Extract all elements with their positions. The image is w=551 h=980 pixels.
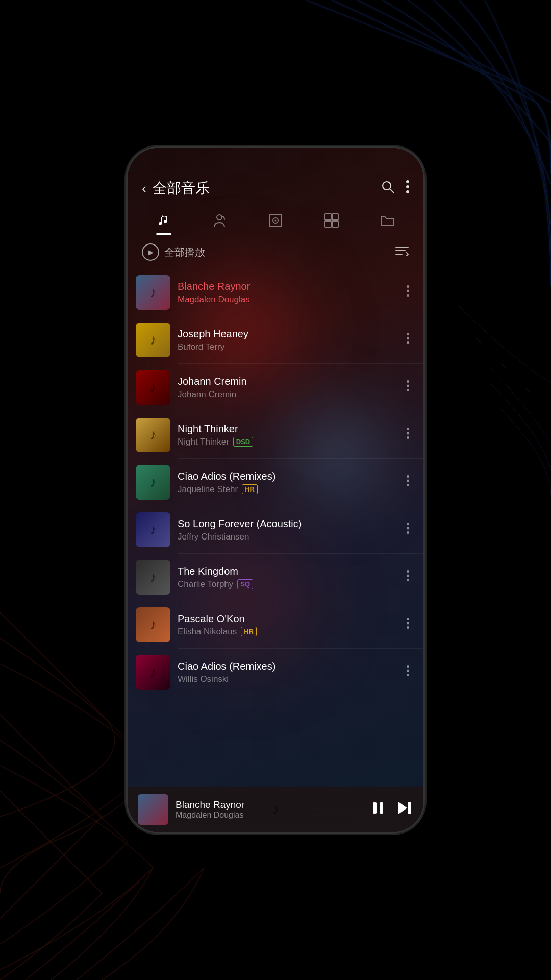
tab-folders[interactable] <box>379 212 395 235</box>
song-info: So Long Forever (Acoustic) Jeffry Christ… <box>178 518 395 542</box>
tab-albums[interactable] <box>267 212 284 235</box>
svg-point-42 <box>407 674 409 676</box>
artwork-figure: ♪ <box>136 655 170 690</box>
song-title: Ciao Adios (Remixes) <box>178 471 395 482</box>
song-item[interactable]: ♪ Joseph Heaney Buford Terry <box>128 316 423 363</box>
song-info: Johann Cremin Johann Cremin <box>178 376 395 400</box>
song-title: Night Thinker <box>178 423 395 435</box>
svg-rect-11 <box>325 221 331 227</box>
svg-point-18 <box>407 294 409 297</box>
svg-point-36 <box>407 579 409 581</box>
svg-rect-10 <box>332 214 338 220</box>
now-playing-artwork: ♪ <box>138 794 168 825</box>
tab-songs[interactable] <box>156 212 172 235</box>
svg-point-40 <box>407 665 409 668</box>
svg-point-19 <box>407 333 409 335</box>
svg-point-0 <box>383 182 391 190</box>
song-item[interactable]: ♪ Night Thinker Night Thinker DSD <box>128 411 423 458</box>
song-subtitle: Night Thinker DSD <box>178 437 395 447</box>
song-artist: Night Thinker <box>178 437 229 447</box>
svg-line-1 <box>390 189 394 193</box>
song-info: The Kingdom Charlie Torphy SQ <box>178 566 395 590</box>
song-more-button[interactable] <box>403 329 413 351</box>
song-artwork: ♪ <box>136 465 170 500</box>
svg-point-30 <box>407 484 409 486</box>
svg-point-37 <box>407 618 409 620</box>
song-list: ♪ Blanche Raynor Magdalen Douglas ♪ Jose… <box>128 269 423 787</box>
song-artist: Jaqueline Stehr <box>178 484 238 495</box>
svg-point-20 <box>407 337 409 340</box>
svg-point-24 <box>407 389 409 391</box>
song-item[interactable]: ♪ So Long Forever (Acoustic) Jeffry Chri… <box>128 506 423 553</box>
song-item[interactable]: ♪ Johann Cremin Johann Cremin <box>128 364 423 411</box>
song-artist: Jeffry Christiansen <box>178 532 249 542</box>
artwork-figure: ♪ <box>138 794 168 825</box>
play-all-label: 全部播放 <box>164 246 205 259</box>
svg-point-8 <box>274 220 276 222</box>
play-all-button[interactable]: ▶ 全部播放 <box>142 243 205 261</box>
song-more-button[interactable] <box>403 519 413 541</box>
svg-point-16 <box>407 285 409 288</box>
song-info: Blanche Raynor Magdalen Douglas <box>178 281 395 305</box>
sort-icon[interactable] <box>395 245 409 259</box>
song-artist: Elisha Nikolaus <box>178 627 237 637</box>
more-options-icon[interactable] <box>406 180 409 197</box>
song-more-button[interactable] <box>403 614 413 636</box>
song-title: Ciao Adios (Remixes) <box>178 660 395 672</box>
svg-point-28 <box>407 475 409 478</box>
svg-point-31 <box>407 523 409 525</box>
song-artwork: ♪ <box>136 370 170 405</box>
song-more-button[interactable] <box>403 281 413 304</box>
search-icon[interactable] <box>381 180 395 198</box>
svg-point-32 <box>407 527 409 530</box>
phone-frame: ‹ 全部音乐 <box>128 148 423 832</box>
artwork-figure: ♪ <box>136 418 170 452</box>
song-more-button[interactable] <box>403 661 413 683</box>
song-subtitle: Buford Terry <box>178 342 395 352</box>
song-item[interactable]: ♪ Blanche Raynor Magdalen Douglas <box>128 269 423 316</box>
song-artist: Johann Cremin <box>178 389 236 400</box>
header-left: ‹ 全部音乐 <box>142 179 210 198</box>
song-artist: Buford Terry <box>178 342 224 352</box>
song-item[interactable]: ♪ Ciao Adios (Remixes) Willis Osinski <box>128 649 423 696</box>
toolbar: ▶ 全部播放 <box>128 235 423 269</box>
song-title: Blanche Raynor <box>178 281 395 292</box>
quality-badge: HR <box>242 484 258 494</box>
back-button[interactable]: ‹ <box>142 181 146 197</box>
song-more-button[interactable] <box>403 566 413 589</box>
song-subtitle: Charlie Torphy SQ <box>178 579 395 590</box>
song-subtitle: Jeffry Christiansen <box>178 532 395 542</box>
svg-point-41 <box>407 670 409 672</box>
song-more-button[interactable] <box>403 424 413 446</box>
song-artist: Willis Osinski <box>178 674 229 684</box>
song-title: So Long Forever (Acoustic) <box>178 518 395 530</box>
song-more-button[interactable] <box>403 376 413 399</box>
tab-playlists[interactable] <box>323 212 340 235</box>
artwork-figure: ♪ <box>136 560 170 595</box>
song-title: Pascale O'Kon <box>178 613 395 625</box>
now-playing-bar[interactable]: ♪ Blanche Raynor Magdalen Douglas <box>128 787 423 832</box>
svg-point-21 <box>407 341 409 344</box>
svg-point-3 <box>406 185 409 188</box>
artwork-figure: ♪ <box>136 275 170 310</box>
artwork-figure: ♪ <box>136 607 170 642</box>
svg-point-5 <box>217 215 222 220</box>
song-artist: Charlie Torphy <box>178 579 233 590</box>
song-item[interactable]: ♪ The Kingdom Charlie Torphy SQ <box>128 554 423 601</box>
quality-badge: HR <box>241 627 257 636</box>
song-info: Ciao Adios (Remixes) Willis Osinski <box>178 660 395 684</box>
song-more-button[interactable] <box>403 471 413 494</box>
tab-artists[interactable] <box>211 212 228 235</box>
song-item[interactable]: ♪ Ciao Adios (Remixes) Jaqueline Stehr H… <box>128 459 423 506</box>
song-info: Ciao Adios (Remixes) Jaqueline Stehr HR <box>178 471 395 495</box>
song-title: The Kingdom <box>178 566 395 577</box>
svg-point-27 <box>407 436 409 439</box>
song-item[interactable]: ♪ Pascale O'Kon Elisha Nikolaus HR <box>128 601 423 648</box>
artwork-figure: ♪ <box>136 323 170 357</box>
svg-point-34 <box>407 570 409 573</box>
song-artwork: ♪ <box>136 323 170 357</box>
song-subtitle: Willis Osinski <box>178 674 395 684</box>
song-artwork: ♪ <box>136 275 170 310</box>
svg-point-33 <box>407 531 409 534</box>
song-subtitle: Magdalen Douglas <box>178 295 395 305</box>
